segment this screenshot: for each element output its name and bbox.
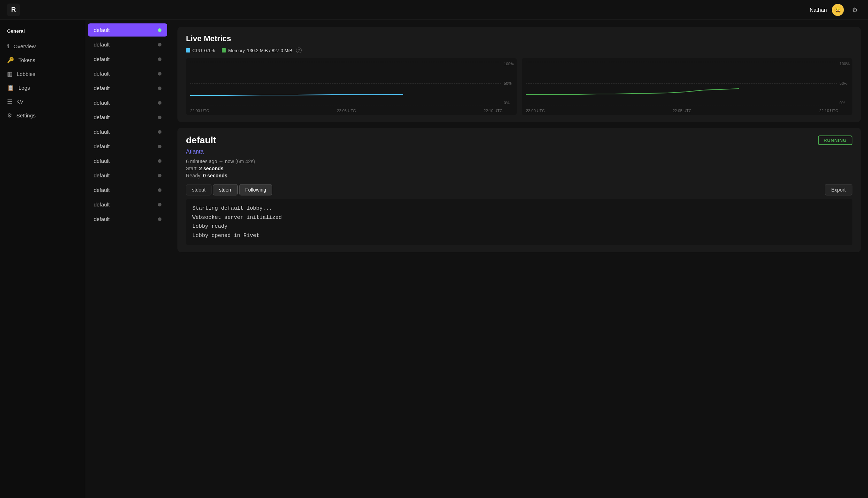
lobby-dot-8 (158, 145, 161, 148)
overview-icon: ℹ (7, 43, 9, 50)
lobby-item-label-4: default (94, 85, 110, 91)
sidebar-item-logs[interactable]: 📋 Logs (0, 81, 85, 95)
logo[interactable]: R (7, 4, 20, 16)
lobby-item-13[interactable]: default (88, 212, 167, 226)
topbar: R Nathan 😀 ⚙ (0, 0, 868, 20)
mem-y-50: 50% (840, 81, 850, 85)
lobby-item-9[interactable]: default (88, 154, 167, 167)
time-arrow: → (219, 159, 225, 164)
tab-stdout[interactable]: stdout (186, 184, 211, 195)
charts-row: 100% 50% 0% 22:00 UTC 22:05 (186, 58, 852, 115)
lobby-dot-11 (158, 188, 161, 192)
lobby-item-3[interactable]: default (88, 67, 167, 80)
lobby-dot-6 (158, 116, 161, 119)
lobby-ready: Ready: 0 seconds (186, 173, 852, 178)
sidebar-item-settings[interactable]: ⚙ Settings (0, 109, 85, 122)
cpu-dot (186, 48, 190, 52)
cpu-chart-area (190, 62, 501, 105)
lobby-list: default default default default default … (85, 20, 170, 498)
lobby-item-label-0: default (94, 27, 110, 33)
lobby-time: 6 minutes ago → now (6m 42s) (186, 159, 852, 164)
cpu-x-0: 22:00 UTC (190, 109, 209, 113)
log-line-2: Lobby ready (192, 222, 846, 231)
gridline-mid (190, 83, 501, 84)
mem-value: 130.2 MiB / 827.0 MiB (247, 48, 292, 53)
lobby-detail-title: default (186, 135, 216, 146)
mem-chart-area (526, 62, 837, 105)
cpu-x-2: 22:10 UTC (484, 109, 502, 113)
lobby-dot-3 (158, 72, 161, 76)
tabs-row: stdout stderr Following Export (186, 184, 852, 195)
lobby-item-label-6: default (94, 114, 110, 120)
lobby-item-label-2: default (94, 56, 110, 62)
log-line-3: Lobby opened in Rivet (192, 231, 846, 240)
mem-y-0: 0% (840, 101, 850, 105)
user-name: Nathan (810, 7, 827, 13)
log-line-1: Websocket server initialized (192, 213, 846, 222)
tab-following[interactable]: Following (239, 184, 272, 195)
lobby-item-10[interactable]: default (88, 169, 167, 182)
lobby-item-2[interactable]: default (88, 52, 167, 66)
lobby-item-label-10: default (94, 172, 110, 178)
gridline-bot-m (526, 105, 837, 105)
cpu-legend: CPU 0.1% (186, 48, 215, 53)
start-value: 2 seconds (199, 166, 223, 171)
sidebar: General ℹ Overview 🔑 Tokens ▦ Lobbies 📋 … (0, 20, 85, 498)
sidebar-label-settings: Settings (16, 112, 35, 118)
sidebar-item-lobbies[interactable]: ▦ Lobbies (0, 67, 85, 81)
lobby-item-label-5: default (94, 100, 110, 106)
sidebar-item-tokens[interactable]: 🔑 Tokens (0, 53, 85, 67)
lobby-item-8[interactable]: default (88, 140, 167, 153)
lobby-item-1[interactable]: default (88, 38, 167, 51)
gridline-mid-m (526, 83, 837, 84)
live-metrics-title: Live Metrics (186, 34, 852, 43)
lobby-item-5[interactable]: default (88, 96, 167, 109)
kv-icon: ☰ (7, 98, 12, 105)
export-button[interactable]: Export (825, 184, 852, 195)
log-tabs: stdout stderr Following (186, 184, 272, 195)
gridline-bot (190, 105, 501, 105)
lobby-item-4[interactable]: default (88, 82, 167, 95)
help-icon[interactable]: ? (296, 48, 302, 53)
mem-dot (222, 48, 226, 52)
tab-stderr[interactable]: stderr (213, 184, 238, 195)
lobby-item-7[interactable]: default (88, 125, 167, 138)
lobby-dot-active-0 (158, 28, 161, 32)
sidebar-label-lobbies: Lobbies (17, 71, 35, 77)
gridline-top-m (526, 62, 837, 62)
lobby-item-label-11: default (94, 187, 110, 193)
ready-label: Ready: (186, 173, 202, 178)
gridline-top (190, 62, 501, 62)
time-now: now (225, 159, 234, 164)
mem-x-2: 22:10 UTC (819, 109, 838, 113)
lobby-item-label-13: default (94, 216, 110, 222)
lobby-item-label-1: default (94, 42, 110, 48)
sidebar-section-label: General (0, 28, 85, 39)
mem-y-labels: 100% 50% 0% (840, 62, 850, 105)
mem-legend: Memory 130.2 MiB / 827.0 MiB ? (222, 48, 302, 53)
lobby-dot-7 (158, 130, 161, 134)
lobby-item-11[interactable]: default (88, 183, 167, 197)
lobby-item-label-9: default (94, 158, 110, 164)
log-line-0: Starting default lobby... (192, 204, 846, 213)
settings-icon[interactable]: ⚙ (849, 4, 861, 16)
lobby-region[interactable]: Atlanta (186, 149, 852, 155)
mem-chart: 100% 50% 0% 22:00 UTC (522, 58, 852, 115)
lobby-dot-4 (158, 87, 161, 90)
sidebar-item-overview[interactable]: ℹ Overview (0, 39, 85, 53)
topbar-right: Nathan 😀 ⚙ (810, 4, 861, 16)
mem-label: Memory (228, 48, 245, 53)
cpu-x-1: 22:05 UTC (337, 109, 356, 113)
lobby-item-12[interactable]: default (88, 198, 167, 211)
cpu-y-50: 50% (504, 81, 514, 85)
lobby-item-0[interactable]: default (88, 23, 167, 37)
status-badge: RUNNING (818, 135, 852, 145)
lobby-item-label-12: default (94, 201, 110, 208)
lobby-item-6[interactable]: default (88, 111, 167, 124)
time-ago: 6 minutes ago (186, 159, 217, 164)
tokens-icon: 🔑 (7, 57, 14, 63)
sidebar-item-kv[interactable]: ☰ KV (0, 95, 85, 109)
mem-x-labels: 22:00 UTC 22:05 UTC 22:10 UTC (526, 109, 838, 113)
lobby-dot-1 (158, 43, 161, 46)
sidebar-label-overview: Overview (13, 43, 36, 49)
